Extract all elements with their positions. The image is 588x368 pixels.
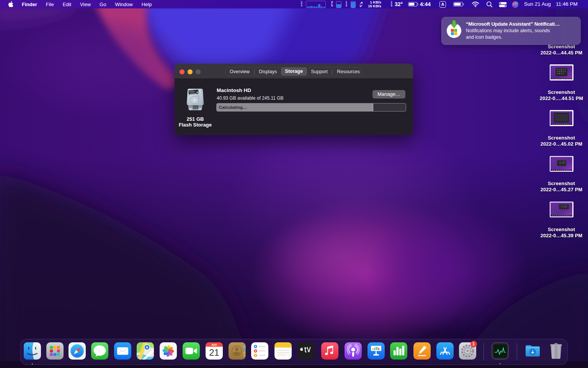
svg-text:AUG: AUG — [211, 343, 217, 346]
svg-text:21: 21 — [209, 347, 219, 358]
